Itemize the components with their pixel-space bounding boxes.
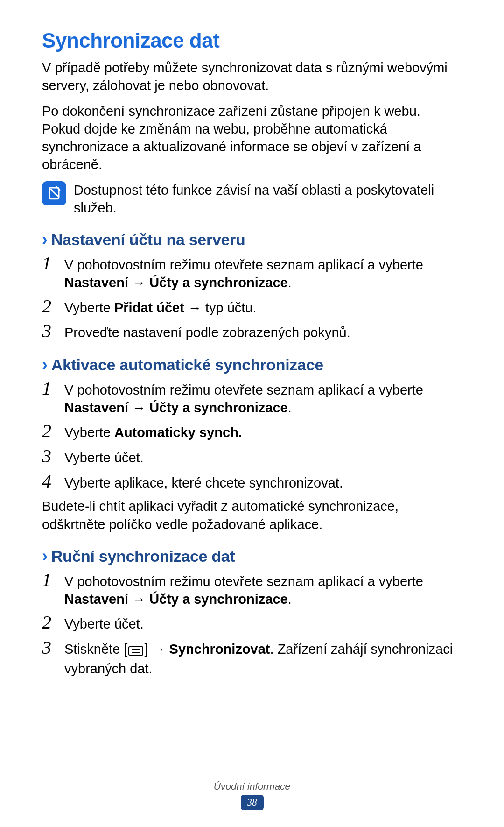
subheading-auto-sync: ›Aktivace automatické synchronizace [42, 356, 462, 374]
step-number: 3 [42, 322, 61, 340]
step-number: 1 [42, 380, 61, 397]
subheading-manual-sync: ›Ruční synchronizace dat [42, 547, 462, 565]
step-text: Vyberte aplikace, které chcete synchroni… [64, 473, 462, 492]
step-number: 1 [42, 571, 61, 589]
footer-section-label: Úvodní informace [0, 781, 504, 792]
chevron-icon: › [42, 230, 48, 249]
subheading-account-setup: ›Nastavení účtu na serveru [42, 231, 462, 249]
subheading-text: Ruční synchronizace dat [51, 547, 235, 565]
page-footer: Úvodní informace 38 [0, 781, 504, 810]
step-number: 3 [42, 447, 61, 465]
step-number: 4 [42, 473, 61, 490]
step-text: Vyberte Přidat účet → typ účtu. [64, 297, 462, 317]
intro-paragraph-1: V případě potřeby můžete synchronizovat … [42, 59, 462, 95]
steps-account-setup: 1 V pohotovostním režimu otevřete seznam… [42, 254, 462, 342]
page-number-badge: 38 [241, 795, 264, 810]
steps-auto-sync: 1 V pohotovostním režimu otevřete seznam… [42, 380, 462, 492]
step-number: 2 [42, 297, 61, 315]
subheading-text: Nastavení účtu na serveru [51, 231, 245, 248]
step-number: 2 [42, 422, 61, 440]
paragraph-auto-sync-note: Budete-li chtít aplikaci vyřadit z autom… [42, 497, 462, 533]
step-number: 1 [42, 254, 61, 272]
menu-key-icon [128, 643, 143, 660]
step-text: V pohotovostním režimu otevřete seznam a… [64, 380, 462, 417]
step-text: Vyberte účet. [64, 447, 462, 467]
chevron-icon: › [42, 546, 48, 565]
svg-rect-1 [129, 647, 143, 655]
subheading-text: Aktivace automatické synchronizace [51, 356, 323, 374]
step-number: 2 [42, 614, 61, 631]
step-text: V pohotovostním režimu otevřete seznam a… [64, 254, 462, 291]
chevron-icon: › [42, 355, 48, 374]
step-number: 3 [42, 639, 61, 657]
step-text: Vyberte Automaticky synch. [64, 422, 462, 442]
step-text: Proveďte nastavení podle zobrazených pok… [64, 322, 462, 342]
note-row: Dostupnost této funkce závisí na vaší ob… [42, 181, 462, 217]
note-text: Dostupnost této funkce závisí na vaší ob… [74, 181, 462, 217]
intro-paragraph-2: Po dokončení synchronizace zařízení zůst… [42, 102, 462, 174]
steps-manual-sync: 1 V pohotovostním režimu otevřete seznam… [42, 571, 462, 678]
page-title: Synchronizace dat [42, 29, 462, 52]
step-text: Stiskněte [] → Synchronizovat. Zařízení … [64, 639, 462, 678]
step-text: V pohotovostním režimu otevřete seznam a… [64, 571, 462, 608]
note-icon [42, 181, 66, 205]
step-text: Vyberte účet. [64, 614, 462, 633]
